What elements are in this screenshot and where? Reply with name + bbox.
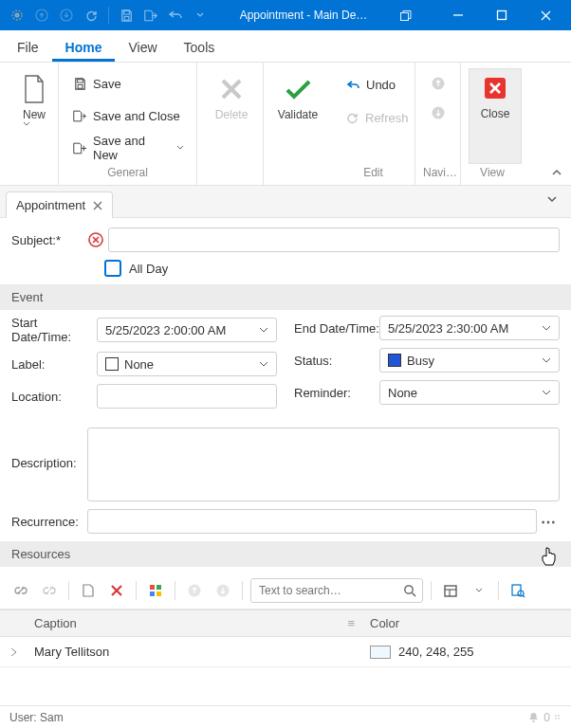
status-user: User: Sam <box>9 711 64 724</box>
undo-button[interactable]: Undo <box>340 73 407 98</box>
svg-point-46 <box>558 718 560 719</box>
new-file-icon <box>19 74 49 104</box>
layout-dropdown-icon[interactable] <box>468 579 490 602</box>
allday-checkbox[interactable] <box>104 260 121 277</box>
description-label: Description: <box>11 428 87 470</box>
tab-appointment[interactable]: Appointment <box>6 191 113 218</box>
preview-icon[interactable] <box>507 579 529 602</box>
save-icon[interactable] <box>119 8 134 23</box>
svg-point-1 <box>15 13 19 17</box>
group-navi-label: Navi… <box>423 164 452 183</box>
title-bar: Appointment - Main De… <box>0 0 571 30</box>
undo-icon[interactable] <box>168 8 183 23</box>
ribbon: New Save Save and Close Save and New Gen… <box>0 63 571 186</box>
info-up-icon[interactable] <box>34 8 49 23</box>
new-resource-icon[interactable] <box>77 579 100 602</box>
reminder-select[interactable]: None <box>379 380 560 405</box>
recurrence-picker-button[interactable]: ⋯ <box>537 513 560 531</box>
tab-close-icon[interactable] <box>93 201 102 210</box>
svg-rect-29 <box>157 585 161 590</box>
col-caption-header[interactable]: Caption≡ <box>27 610 362 636</box>
svg-point-43 <box>555 715 557 717</box>
refresh-button: Refresh <box>340 106 407 131</box>
nav-down-icon <box>431 105 446 120</box>
qat-dropdown-icon[interactable] <box>193 8 208 23</box>
location-input[interactable] <box>97 384 277 409</box>
menu-tools[interactable]: Tools <box>171 33 229 62</box>
svg-point-44 <box>558 715 560 717</box>
save-close-button[interactable]: Save and Close <box>66 103 189 128</box>
event-section-header: Event <box>0 284 571 310</box>
svg-rect-31 <box>157 592 161 596</box>
info-down-icon[interactable] <box>59 8 74 23</box>
end-label: End Date/Time: <box>294 321 379 336</box>
resources-toolbar <box>0 573 571 610</box>
save-new-button[interactable]: Save and New <box>66 136 189 160</box>
svg-point-42 <box>533 720 535 722</box>
recurrence-input[interactable] <box>87 509 537 534</box>
close-view-button[interactable]: Close <box>469 68 522 164</box>
svg-rect-8 <box>498 11 507 20</box>
window-title: Appointment - Main De… <box>208 9 399 22</box>
close-button[interactable] <box>525 0 565 30</box>
recurrence-label: Recurrence: <box>11 515 87 529</box>
resources-search-input[interactable] <box>257 583 403 598</box>
save-button[interactable]: Save <box>66 72 189 97</box>
label-select[interactable]: None <box>97 352 277 376</box>
subject-input[interactable] <box>108 228 560 252</box>
svg-rect-28 <box>150 585 155 590</box>
svg-rect-6 <box>401 12 409 20</box>
ribbon-collapse-icon[interactable] <box>550 166 563 179</box>
minimize-button[interactable] <box>438 0 478 30</box>
subject-label: Subject:* <box>11 233 87 247</box>
layout-icon[interactable] <box>439 579 462 602</box>
move-up-icon <box>183 579 206 602</box>
resources-grid-row[interactable]: Mary Tellitson 240, 248, 255 <box>0 637 571 667</box>
group-view-label: View <box>469 164 516 183</box>
menu-view[interactable]: View <box>115 33 170 62</box>
delete-x-icon <box>216 74 247 104</box>
svg-rect-11 <box>77 80 83 82</box>
validate-button[interactable]: Validate <box>271 68 324 164</box>
color-category-icon[interactable] <box>144 579 167 602</box>
link-icon[interactable] <box>9 579 32 602</box>
new-button[interactable]: New <box>8 68 61 164</box>
svg-rect-12 <box>78 85 83 89</box>
group-general-label: General <box>66 164 189 183</box>
svg-point-45 <box>555 718 557 719</box>
end-datetime-input[interactable]: 5/25/2023 2:30:00 AM <box>379 316 560 340</box>
status-label: Status: <box>294 354 379 368</box>
status-bar: User: Sam 0 <box>0 705 571 728</box>
start-datetime-input[interactable]: 5/25/2023 2:00:00 AM <box>97 318 277 342</box>
close-red-icon <box>480 73 510 103</box>
reminder-label: Reminder: <box>294 386 379 400</box>
check-icon <box>283 74 313 104</box>
refresh-icon <box>345 111 359 126</box>
status-swatch <box>388 354 401 367</box>
resources-search[interactable] <box>250 578 423 603</box>
unlink-icon[interactable] <box>38 579 61 602</box>
status-notifications[interactable]: 0 <box>527 711 562 724</box>
svg-line-41 <box>523 595 525 597</box>
search-icon[interactable] <box>403 584 416 597</box>
description-input[interactable] <box>87 428 560 501</box>
maximize-button[interactable] <box>482 0 522 30</box>
row-color: 240, 248, 255 <box>362 637 571 666</box>
required-error-icon <box>87 231 104 248</box>
row-expand-icon[interactable] <box>0 637 27 666</box>
col-color-header[interactable]: Color <box>362 610 571 636</box>
save-close-icon[interactable] <box>143 8 158 23</box>
gear-icon[interactable] <box>9 8 25 23</box>
menu-home[interactable]: Home <box>52 33 116 62</box>
refresh-icon[interactable] <box>83 8 99 23</box>
svg-rect-30 <box>150 592 155 596</box>
menu-file[interactable]: File <box>4 33 52 62</box>
cursor-pointer-icon <box>540 546 559 569</box>
save-icon <box>72 77 87 92</box>
tabs-menu-icon[interactable] <box>546 193 558 205</box>
delete-resource-icon[interactable] <box>105 579 128 602</box>
restore-down-icon[interactable] <box>399 9 412 22</box>
svg-rect-4 <box>123 10 129 14</box>
status-select[interactable]: Busy <box>379 348 560 373</box>
svg-line-35 <box>413 593 416 597</box>
